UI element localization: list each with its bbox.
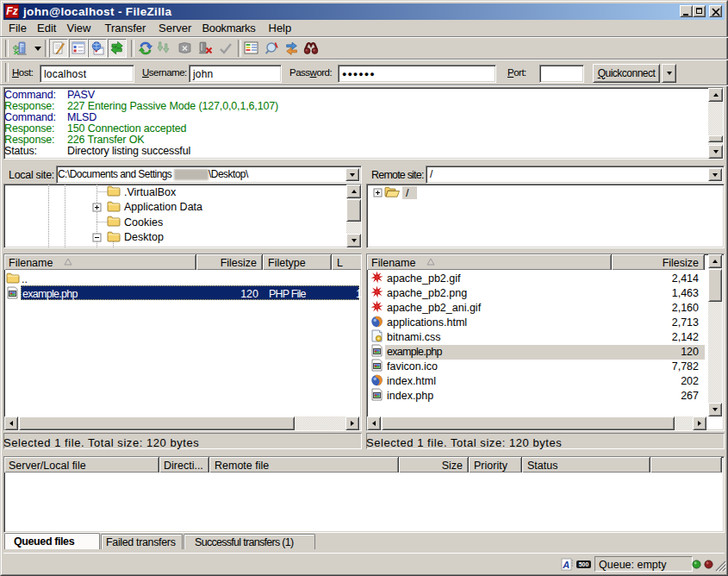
svg-text:A: A <box>562 560 569 570</box>
